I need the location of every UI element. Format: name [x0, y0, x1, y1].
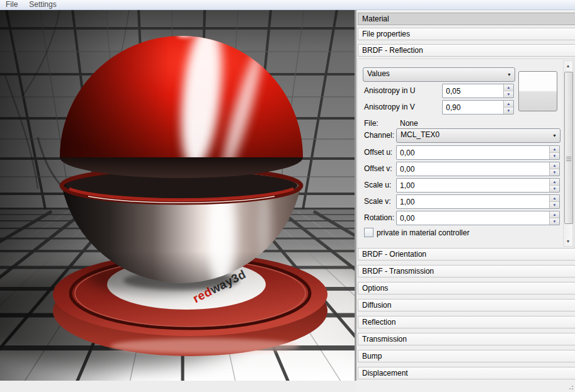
spin-up-button[interactable]: ▲ [550, 179, 559, 186]
channel-label: Channel: [364, 131, 394, 140]
spin-up-button[interactable]: ▲ [550, 146, 559, 153]
offset-v-value[interactable] [397, 162, 549, 176]
header-displacement[interactable]: Displacement [358, 367, 575, 379]
header-file-properties[interactable]: File properties [358, 28, 575, 40]
spin-up-icon: ▲ [553, 213, 557, 216]
spin-up-icon: ▲ [507, 86, 511, 89]
menu-file[interactable]: File [0, 0, 23, 9]
brdf-reflection-section: Values ▼ ▲ ▼ Anisotropy in U ▲▼ Anisotro… [357, 59, 574, 249]
header-bump[interactable]: Bump [358, 350, 575, 362]
offset-v-input[interactable]: ▲▼ [396, 162, 560, 176]
private-checkbox[interactable] [364, 228, 373, 237]
scroll-down-icon: ▼ [566, 239, 571, 244]
spin-up-button[interactable]: ▲ [504, 101, 513, 108]
material-panel: Material File properties BRDF - Reflecti… [356, 9, 575, 392]
rotation-value[interactable] [397, 211, 549, 225]
scale-v-label: Scale v: [364, 197, 391, 206]
spin-down-icon: ▼ [553, 187, 557, 191]
spin-down-icon: ▼ [553, 220, 557, 223]
spin-up-icon: ▲ [553, 147, 557, 151]
spin-down-button[interactable]: ▼ [550, 186, 559, 192]
offset-u-label: Offset u: [364, 148, 392, 157]
spin-up-icon: ▲ [553, 180, 557, 184]
header-material[interactable]: Material [358, 13, 575, 25]
rotation-input[interactable]: ▲▼ [396, 211, 560, 225]
offset-u-value[interactable] [397, 146, 549, 159]
spin-up-button[interactable]: ▲ [550, 195, 559, 202]
scale-v-input[interactable]: ▲▼ [396, 194, 560, 209]
scrollbar-thumb[interactable] [564, 72, 573, 224]
header-options[interactable]: Options [358, 282, 575, 294]
scale-u-input[interactable]: ▲▼ [396, 178, 560, 193]
header-brdf-orientation[interactable]: BRDF - Orientation [358, 248, 575, 260]
header-reflection[interactable]: Reflection [358, 316, 575, 328]
spin-down-button[interactable]: ▼ [550, 202, 559, 208]
channel-value: MCL_TEX0 [401, 130, 440, 139]
file-value: None [400, 119, 418, 128]
dropdown-arrow-icon: ▼ [552, 129, 557, 142]
spin-up-icon: ▲ [507, 102, 511, 106]
rotation-label: Rotation: [364, 213, 394, 222]
anisotropy-u-value[interactable] [443, 84, 503, 98]
spin-down-icon: ▼ [507, 109, 511, 113]
scale-u-value[interactable] [397, 179, 549, 192]
menubar: File Settings [0, 0, 575, 10]
spin-down-button[interactable]: ▼ [550, 153, 559, 159]
header-transmission[interactable]: Transmission [358, 333, 575, 345]
scroll-up-button[interactable]: ▲ [564, 61, 572, 70]
scale-u-label: Scale u: [364, 181, 391, 189]
dropdown-arrow-icon: ▼ [507, 68, 511, 81]
spin-down-button[interactable]: ▼ [504, 91, 513, 98]
anisotropy-u-label: Anisotropy in U [364, 86, 415, 95]
reflection-mode-select[interactable]: Values ▼ [363, 67, 515, 82]
scroll-up-icon: ▲ [566, 64, 571, 68]
spin-up-button[interactable]: ▲ [550, 211, 559, 218]
file-label: File: [364, 119, 379, 128]
offset-v-label: Offset v: [364, 164, 392, 173]
channel-select[interactable]: MCL_TEX0 ▼ [396, 128, 561, 143]
header-diffusion[interactable]: Diffusion [358, 299, 575, 311]
menu-settings[interactable]: Settings [23, 0, 62, 9]
spin-up-icon: ▲ [553, 164, 557, 167]
anisotropy-v-input[interactable]: ▲▼ [442, 100, 514, 115]
resize-grip[interactable] [567, 383, 573, 389]
viewport-3d[interactable]: redway3d [0, 9, 355, 381]
header-brdf-transmission[interactable]: BRDF - Transmission [358, 265, 575, 277]
spin-down-icon: ▼ [553, 154, 557, 158]
spin-up-icon: ▲ [553, 196, 557, 200]
header-brdf-reflection[interactable]: BRDF - Reflection [358, 44, 575, 57]
spin-up-button[interactable]: ▲ [550, 162, 559, 169]
spin-down-icon: ▼ [553, 203, 557, 207]
section-scrollbar[interactable]: ▲ ▼ [563, 60, 573, 247]
reflection-mode-value: Values [367, 69, 390, 78]
private-checkbox-label: private in material controller [377, 228, 469, 237]
spin-down-button[interactable]: ▼ [550, 218, 559, 225]
anisotropy-v-value[interactable] [443, 101, 503, 114]
scrollbar-grip [566, 157, 571, 157]
scroll-down-button[interactable]: ▼ [564, 237, 572, 246]
spin-down-icon: ▼ [507, 92, 511, 96]
spin-down-icon: ▼ [553, 171, 557, 174]
offset-u-input[interactable]: ▲▼ [396, 145, 560, 160]
scale-v-value[interactable] [397, 195, 549, 208]
anisotropy-v-label: Anisotropy in V [364, 103, 415, 111]
spin-up-button[interactable]: ▲ [504, 84, 513, 91]
anisotropy-u-input[interactable]: ▲▼ [442, 84, 514, 98]
spin-down-button[interactable]: ▼ [504, 108, 513, 114]
color-swatch-button[interactable] [518, 71, 557, 111]
spin-down-button[interactable]: ▼ [550, 169, 559, 176]
